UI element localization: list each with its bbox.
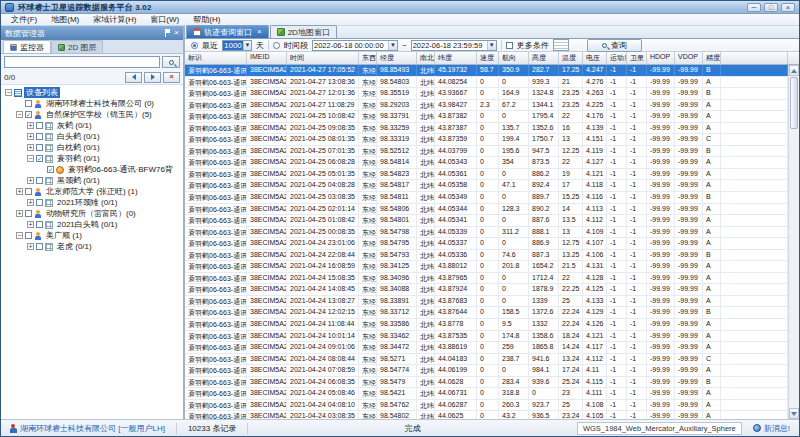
- table-cell[interactable]: 蓑羽鹤06-663-通讯·BFW76背: [185, 77, 247, 88]
- table-cell[interactable]: 13.24: [559, 354, 583, 365]
- pin-icon[interactable]: [165, 29, 170, 37]
- table-cell[interactable]: -99.99: [647, 123, 675, 134]
- table-cell[interactable]: 44.05341: [435, 215, 477, 226]
- table-cell[interactable]: -99.99: [647, 250, 675, 261]
- table-row[interactable]: 蓑羽鹤06-663-通讯·BFW76背38ECIM5A22021-04-25 0…: [185, 180, 788, 192]
- table-cell[interactable]: 13: [559, 134, 583, 145]
- table-cell[interactable]: 蓑羽鹤06-663-通讯·BFW76背: [185, 238, 247, 249]
- table-cell[interactable]: -1: [607, 365, 627, 376]
- tree-checkbox[interactable]: [25, 210, 32, 217]
- end-datetime-field[interactable]: 2022-06-18 23:59:59 ▼: [411, 40, 497, 51]
- table-cell[interactable]: -99.99: [647, 88, 675, 99]
- table-cell[interactable]: 0: [499, 238, 529, 249]
- table-cell[interactable]: 0: [477, 215, 499, 226]
- search-input[interactable]: [4, 56, 160, 68]
- table-cell[interactable]: 0: [499, 77, 529, 88]
- table-cell[interactable]: -1: [627, 273, 647, 284]
- table-cell[interactable]: 2021-04-25 03:08:35: [287, 192, 359, 203]
- table-cell[interactable]: 4.107: [583, 238, 607, 249]
- table-cell[interactable]: -99.99: [647, 65, 675, 76]
- table-cell[interactable]: 38ECIM5A2: [247, 261, 287, 272]
- doc-tab-0[interactable]: 轨迹查询窗口×: [186, 25, 269, 38]
- clear-button[interactable]: ×: [163, 72, 180, 83]
- table-cell[interactable]: -1: [607, 261, 627, 272]
- table-cell[interactable]: -99.99: [647, 157, 675, 168]
- table-cell[interactable]: A: [703, 169, 721, 180]
- table-cell[interactable]: 东经: [359, 180, 377, 191]
- table-cell[interactable]: -99.99: [675, 273, 703, 284]
- table-cell[interactable]: 67.2: [499, 100, 529, 111]
- table-cell[interactable]: 0: [477, 388, 499, 399]
- table-cell[interactable]: C: [703, 354, 721, 365]
- table-cell[interactable]: 44.05349: [435, 192, 477, 203]
- table-cell[interactable]: 259: [499, 342, 529, 353]
- panel-close-icon[interactable]: ×: [174, 29, 179, 37]
- table-cell[interactable]: 44.05337: [435, 238, 477, 249]
- tree-checkbox[interactable]: [36, 133, 43, 140]
- table-cell[interactable]: 43.98427: [435, 100, 477, 111]
- table-cell[interactable]: -99.99: [647, 146, 675, 157]
- table-cell[interactable]: -99.99: [647, 365, 675, 376]
- table-cell[interactable]: -1: [607, 354, 627, 365]
- table-cell[interactable]: 43.87924: [435, 284, 477, 295]
- table-cell[interactable]: 蓑羽鹤06-663-通讯·BFW76背: [185, 111, 247, 122]
- table-cell[interactable]: 887.6: [529, 215, 559, 226]
- table-cell[interactable]: 4.118: [583, 180, 607, 191]
- table-cell[interactable]: 2021-04-27 12:01:36: [287, 88, 359, 99]
- table-cell[interactable]: 15.25: [559, 192, 583, 203]
- table-cell[interactable]: 蓑羽鹤06-663-通讯·BFW76背: [185, 88, 247, 99]
- table-cell[interactable]: 2021-04-24 05:08:46: [287, 388, 359, 399]
- table-cell[interactable]: 0: [477, 261, 499, 272]
- table-cell[interactable]: 98.34088: [377, 284, 417, 295]
- menu-item-4[interactable]: 帮助(H): [186, 14, 227, 25]
- table-cell[interactable]: 13: [559, 227, 583, 238]
- table-cell[interactable]: -99.99: [675, 400, 703, 411]
- table-cell[interactable]: 2.3: [477, 100, 499, 111]
- table-cell[interactable]: 北纬: [417, 388, 435, 399]
- table-cell[interactable]: 0: [529, 388, 559, 399]
- tree-item-12[interactable]: +2021白头鹎 (0/1): [1, 219, 183, 230]
- table-cell[interactable]: 蓑羽鹤06-663-通讯·BFW76背: [185, 227, 247, 238]
- table-cell[interactable]: 北纬: [417, 88, 435, 99]
- table-cell[interactable]: 1750.7: [529, 134, 559, 145]
- table-cell[interactable]: -1: [627, 123, 647, 134]
- table-cell[interactable]: 13.25: [559, 250, 583, 261]
- table-cell[interactable]: 21: [559, 77, 583, 88]
- table-cell[interactable]: -1: [607, 157, 627, 168]
- table-cell[interactable]: 44.08254: [435, 77, 477, 88]
- column-header-9[interactable]: 高度: [529, 52, 559, 64]
- table-cell[interactable]: 98.29203: [377, 100, 417, 111]
- table-cell[interactable]: -99.99: [675, 88, 703, 99]
- table-cell[interactable]: 44.05361: [435, 169, 477, 180]
- table-cell[interactable]: 0: [499, 215, 529, 226]
- table-cell[interactable]: 0: [499, 169, 529, 180]
- minimize-button[interactable]: ─: [747, 3, 761, 12]
- table-cell[interactable]: 98.54817: [377, 180, 417, 191]
- table-cell[interactable]: 2021-04-24 13:08:27: [287, 296, 359, 307]
- table-cell[interactable]: 350.9: [499, 65, 529, 76]
- table-cell[interactable]: 蓑羽鹤06-663-通讯·BFW76背: [185, 250, 247, 261]
- table-cell[interactable]: 38ECIM5A2: [247, 123, 287, 134]
- table-cell[interactable]: 北纬: [417, 319, 435, 330]
- tree-item-0[interactable]: −设备列表: [1, 87, 183, 98]
- table-cell[interactable]: 43.88619: [435, 342, 477, 353]
- tree-checkbox[interactable]: [36, 122, 43, 129]
- table-cell[interactable]: 蓑羽鹤06-663-通讯·BFW76背: [185, 273, 247, 284]
- table-cell[interactable]: 44.04183: [435, 354, 477, 365]
- table-cell[interactable]: 23: [559, 388, 583, 399]
- table-cell[interactable]: -99.99: [647, 134, 675, 145]
- table-cell[interactable]: 0: [477, 204, 499, 215]
- table-cell[interactable]: 2021-04-25 07:01:35: [287, 146, 359, 157]
- table-cell[interactable]: 4.139: [583, 123, 607, 134]
- table-row[interactable]: 蓑羽鹤06-663-通讯·BFW76背38ECIM5A22021-04-27 1…: [185, 100, 788, 112]
- table-cell[interactable]: -1: [627, 180, 647, 191]
- conditions-settings-button[interactable]: [553, 39, 569, 51]
- table-cell[interactable]: -99.99: [647, 273, 675, 284]
- table-cell[interactable]: 0: [477, 192, 499, 203]
- table-cell[interactable]: 0: [477, 111, 499, 122]
- tree-expander-icon[interactable]: +: [27, 221, 34, 228]
- tree-expander-icon[interactable]: −: [16, 111, 23, 118]
- table-cell[interactable]: A: [703, 227, 721, 238]
- table-cell[interactable]: 0: [477, 296, 499, 307]
- table-cell[interactable]: 174.8: [499, 331, 529, 342]
